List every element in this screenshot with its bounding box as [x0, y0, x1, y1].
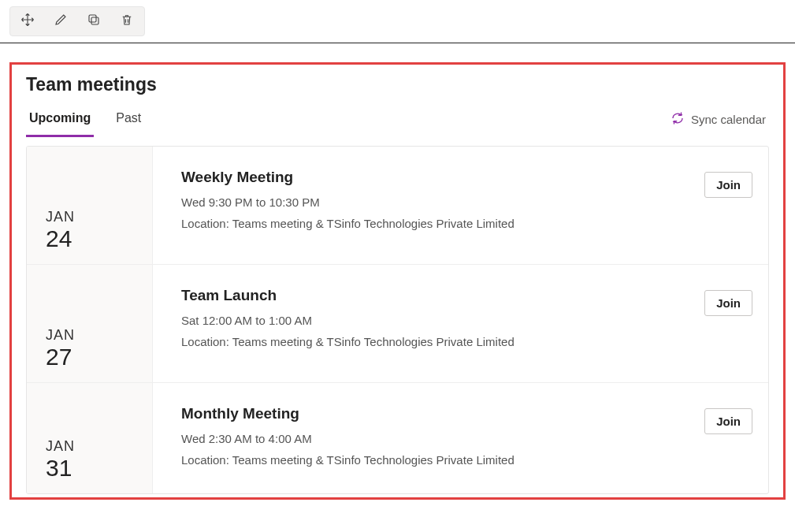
meeting-body: Team Launch Sat 12:00 AM to 1:00 AM Loca… — [153, 265, 768, 382]
meeting-body: Monthly Meeting Wed 2:30 AM to 4:00 AM L… — [153, 383, 768, 493]
meeting-title: Weekly Meeting — [181, 169, 515, 186]
join-button[interactable]: Join — [704, 408, 752, 434]
content-wrap: Team meetings Upcoming Past Sync calenda… — [0, 43, 795, 508]
date-cell: JAN 31 — [27, 383, 153, 493]
copy-button[interactable] — [78, 9, 110, 34]
meeting-row: JAN 27 Team Launch Sat 12:00 AM to 1:00 … — [27, 265, 768, 383]
date-month: JAN — [46, 209, 152, 225]
toolbar — [0, 0, 795, 43]
toolbar-group — [9, 6, 145, 36]
meeting-location: Location: Teams meeting & TSinfo Technol… — [181, 453, 515, 467]
meeting-info: Monthly Meeting Wed 2:30 AM to 4:00 AM L… — [181, 405, 515, 467]
meeting-location: Location: Teams meeting & TSinfo Technol… — [181, 217, 515, 230]
meeting-time: Wed 2:30 AM to 4:00 AM — [181, 432, 515, 445]
meeting-row: JAN 24 Weekly Meeting Wed 9:30 PM to 10:… — [27, 147, 768, 265]
move-icon — [20, 13, 35, 30]
tab-upcoming[interactable]: Upcoming — [26, 106, 94, 137]
date-day: 24 — [46, 225, 152, 251]
sync-label: Sync calendar — [691, 113, 766, 126]
meeting-info: Weekly Meeting Wed 9:30 PM to 10:30 PM L… — [181, 169, 515, 230]
date-day: 31 — [46, 455, 152, 481]
join-button[interactable]: Join — [704, 172, 752, 198]
meeting-time: Sat 12:00 AM to 1:00 AM — [181, 314, 515, 327]
meeting-title: Monthly Meeting — [181, 405, 515, 422]
tabs: Upcoming Past — [26, 106, 144, 137]
delete-button[interactable] — [111, 9, 143, 34]
pencil-icon — [54, 13, 68, 30]
meeting-info: Team Launch Sat 12:00 AM to 1:00 AM Loca… — [181, 287, 515, 348]
tab-row: Upcoming Past Sync calendar — [26, 106, 769, 138]
meeting-row: JAN 31 Monthly Meeting Wed 2:30 AM to 4:… — [27, 383, 768, 493]
copy-icon — [87, 13, 101, 30]
meeting-location: Location: Teams meeting & TSinfo Technol… — [181, 335, 515, 348]
date-month: JAN — [46, 438, 152, 455]
date-day: 27 — [46, 344, 152, 370]
date-cell: JAN 27 — [27, 265, 153, 382]
meeting-list: JAN 24 Weekly Meeting Wed 9:30 PM to 10:… — [26, 146, 769, 494]
trash-icon — [120, 13, 134, 30]
meeting-title: Team Launch — [181, 287, 515, 304]
meeting-body: Weekly Meeting Wed 9:30 PM to 10:30 PM L… — [153, 147, 768, 264]
move-button[interactable] — [12, 9, 43, 34]
join-button[interactable]: Join — [704, 290, 752, 316]
date-month: JAN — [46, 327, 152, 344]
date-cell: JAN 24 — [27, 147, 153, 264]
panel-title: Team meetings — [26, 74, 769, 95]
team-meetings-panel: Team meetings Upcoming Past Sync calenda… — [9, 62, 786, 500]
svg-rect-1 — [89, 15, 96, 22]
meeting-time: Wed 9:30 PM to 10:30 PM — [181, 195, 515, 209]
tab-past[interactable]: Past — [113, 106, 144, 137]
svg-rect-0 — [91, 17, 98, 24]
edit-button[interactable] — [45, 9, 76, 34]
sync-calendar-button[interactable]: Sync calendar — [667, 106, 769, 137]
sync-icon — [671, 111, 685, 128]
